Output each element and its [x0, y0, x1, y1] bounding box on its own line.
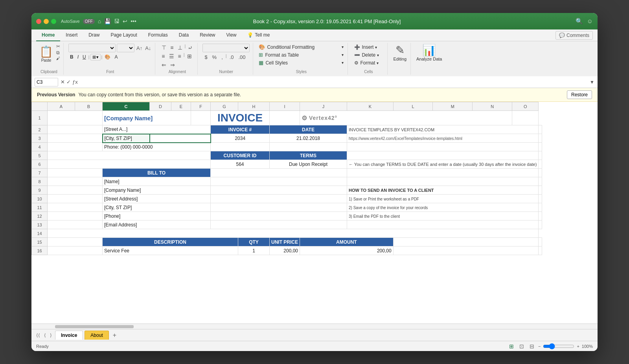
- cell-g16-qty[interactable]: 1: [238, 246, 270, 255]
- cell-g8[interactable]: [211, 177, 347, 186]
- zoom-minus-icon[interactable]: −: [538, 344, 541, 349]
- cell-a4[interactable]: [48, 143, 103, 151]
- cell-c3[interactable]: [City, ST ZIP]: [103, 134, 150, 143]
- cell-o12[interactable]: [539, 212, 542, 221]
- col-header-f[interactable]: F: [191, 102, 211, 111]
- cell-g13[interactable]: [211, 221, 347, 229]
- cell-c12[interactable]: [Phone]: [103, 212, 211, 221]
- col-header-d[interactable]: D: [150, 102, 171, 111]
- cell-o8[interactable]: [539, 177, 542, 186]
- cell-a2[interactable]: [48, 125, 103, 134]
- page-break-view-button[interactable]: ⊟: [528, 342, 536, 350]
- add-sheet-button[interactable]: +: [110, 331, 119, 340]
- italic-button[interactable]: I: [76, 53, 80, 61]
- cell-o4[interactable]: [539, 143, 542, 151]
- cell-a1[interactable]: [48, 111, 103, 125]
- col-header-c[interactable]: C: [103, 102, 150, 111]
- sheet-nav-left-left[interactable]: ⟨⟨: [35, 332, 42, 339]
- cell-c4[interactable]: Phone: (000) 000-0000: [103, 143, 211, 151]
- font-size-increase[interactable]: A↑: [136, 45, 143, 51]
- formula-input[interactable]: [80, 78, 587, 86]
- tab-view[interactable]: View: [221, 29, 242, 41]
- tab-draw[interactable]: Draw: [83, 29, 105, 41]
- align-top-button[interactable]: ⊤: [160, 44, 168, 51]
- cell-o7[interactable]: [539, 169, 542, 177]
- cell-i1[interactable]: [270, 111, 300, 125]
- cancel-icon[interactable]: ✕: [61, 79, 65, 85]
- wrap-text-button[interactable]: ⤾: [186, 44, 194, 51]
- cell-k16[interactable]: [393, 246, 539, 255]
- percent-button[interactable]: %: [210, 53, 219, 61]
- cell-o6[interactable]: [539, 160, 542, 169]
- normal-view-button[interactable]: ⊞: [508, 342, 515, 350]
- cell-j4[interactable]: [347, 143, 539, 151]
- cell-j13[interactable]: [347, 221, 539, 229]
- comma-button[interactable]: ,: [219, 53, 225, 61]
- col-header-a[interactable]: A: [48, 102, 75, 111]
- spreadsheet[interactable]: A B C D E F G H I J K L M N O: [31, 102, 598, 324]
- cell-c1[interactable]: [Company Name]: [103, 111, 191, 125]
- row-num-9[interactable]: 9: [32, 186, 48, 195]
- row-num-8[interactable]: 8: [32, 177, 48, 186]
- align-left-button[interactable]: ≡: [160, 52, 166, 60]
- font-size-select[interactable]: [117, 44, 134, 52]
- col-header-i[interactable]: I: [270, 102, 300, 111]
- cell-c11[interactable]: [City, ST ZIP]: [103, 203, 211, 212]
- zoom-plus-icon[interactable]: +: [577, 344, 579, 349]
- row-num-3[interactable]: 3: [32, 134, 48, 143]
- row-num-10[interactable]: 10: [32, 195, 48, 203]
- col-header-g[interactable]: G: [211, 102, 238, 111]
- cell-c8[interactable]: [Name]: [103, 177, 211, 186]
- cell-o2[interactable]: [539, 125, 542, 134]
- cell-g12[interactable]: [211, 212, 347, 221]
- borders-button[interactable]: ⊞ ▾: [90, 54, 101, 61]
- copy-icon[interactable]: ⧉: [56, 50, 60, 55]
- autosave-toggle[interactable]: OFF: [83, 19, 95, 24]
- cell-g6-custid[interactable]: 564: [211, 160, 270, 169]
- conditional-formatting-button[interactable]: 🎨 Conditional Formatting ▾: [258, 44, 344, 50]
- cell-j2[interactable]: INVOICE TEMPLATES BY VERTEX42.COM: [347, 125, 539, 134]
- name-box[interactable]: C3: [35, 78, 58, 86]
- cell-g4[interactable]: [211, 143, 270, 151]
- cell-a3[interactable]: [48, 134, 103, 143]
- col-header-o[interactable]: O: [512, 102, 539, 111]
- smiley-icon[interactable]: ☺: [587, 18, 593, 25]
- cell-j10[interactable]: 1) Save or Print the worksheet as a PDF: [347, 195, 539, 203]
- cell-g2-invoice-num-header[interactable]: INVOICE #: [211, 125, 270, 134]
- cell-g7[interactable]: [211, 169, 347, 177]
- cell-a7[interactable]: [48, 169, 103, 177]
- increase-indent-button[interactable]: ⇒: [169, 61, 177, 69]
- font-family-select[interactable]: [68, 44, 116, 52]
- cut-icon[interactable]: ✂: [56, 44, 60, 49]
- cell-a16[interactable]: [48, 246, 103, 255]
- fill-color-button[interactable]: 🎨: [103, 53, 112, 61]
- cell-j11[interactable]: 2) Save a copy of the invoice for your r…: [347, 203, 539, 212]
- cell-o13[interactable]: [539, 221, 542, 229]
- tab-tell-me[interactable]: 💡 Tell me: [242, 29, 275, 41]
- tab-review[interactable]: Review: [194, 29, 221, 41]
- cell-g5-custid-header[interactable]: CUSTOMER ID: [211, 151, 270, 160]
- col-header-m[interactable]: M: [433, 102, 473, 111]
- cell-k15[interactable]: [393, 238, 539, 246]
- cell-a15[interactable]: [48, 238, 103, 246]
- row-num-6[interactable]: 6: [32, 160, 48, 169]
- align-bottom-button[interactable]: ⊥: [176, 44, 184, 51]
- cell-j6[interactable]: ← You can change TERMS to DUE DATE and e…: [347, 160, 539, 169]
- row-num-1[interactable]: 1: [32, 111, 48, 125]
- cell-a10[interactable]: [48, 195, 103, 203]
- cell-i3-date[interactable]: 21.02.2018: [270, 134, 347, 143]
- sheet-tab-about[interactable]: About: [85, 331, 109, 340]
- row-num-11[interactable]: 11: [32, 203, 48, 212]
- format-button[interactable]: ⚙ Format ▾: [353, 59, 384, 66]
- cell-h15-unit-price[interactable]: UNIT PRICE: [270, 238, 300, 246]
- cell-c13[interactable]: [Email Address]: [103, 221, 211, 229]
- zoom-slider[interactable]: [543, 343, 574, 349]
- row-num-5[interactable]: 5: [32, 151, 48, 160]
- font-size-decrease[interactable]: A↓: [144, 45, 152, 51]
- cell-g1[interactable]: INVOICE: [211, 111, 270, 125]
- cell-j12[interactable]: 3) Email the PDF to the client: [347, 212, 539, 221]
- confirm-icon[interactable]: ✓: [66, 79, 71, 85]
- bold-button[interactable]: B: [68, 53, 75, 61]
- format-as-table-button[interactable]: ⊞ Format as Table ▾: [258, 51, 344, 58]
- currency-button[interactable]: $: [202, 53, 209, 61]
